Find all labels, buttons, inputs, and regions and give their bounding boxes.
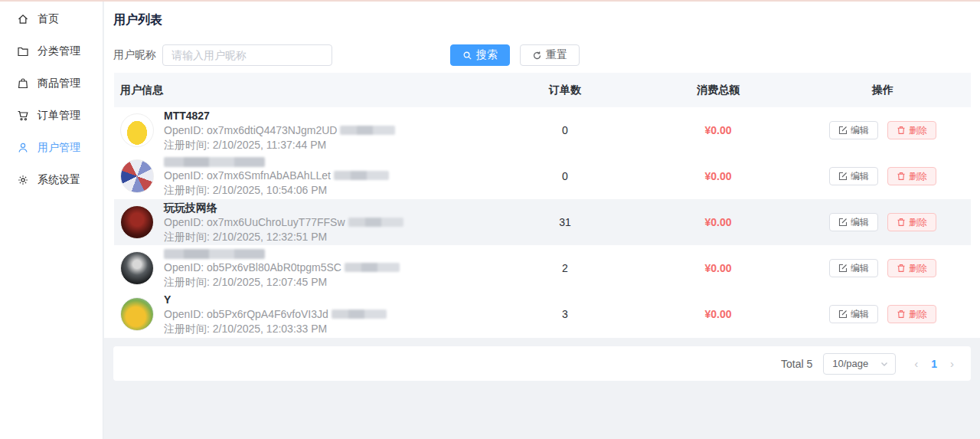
search-button[interactable]: 搜索: [450, 44, 510, 66]
sidebar-item-home[interactable]: 首页: [0, 3, 103, 35]
dark-red-character-avatar: [120, 205, 154, 239]
delete-button[interactable]: 删除: [887, 121, 936, 139]
user-openid: OpenID: ox7mx6SmfnAbABAhLLet: [164, 169, 389, 182]
pixelated-mosaic-avatar: [120, 159, 154, 193]
order-count: 0: [562, 170, 568, 182]
total-amount: ¥0.00: [704, 308, 731, 320]
loading-progress-bar: [0, 0, 980, 2]
page-size-select[interactable]: 10/page: [823, 353, 896, 375]
nickname-input[interactable]: [162, 44, 332, 66]
reset-button[interactable]: 重置: [520, 44, 580, 66]
user-nickname: 玩玩技网络: [164, 201, 403, 214]
shopping-cart-icon: [17, 110, 29, 122]
user-cell: 玩玩技网络 OpenID: ox7mx6UuChroLuyT77FFSw 注册时…: [114, 201, 488, 243]
user-list-panel: 用户列表 用户昵称 搜索 重置 用户信息 订单数 消费总额 操作: [104, 2, 980, 338]
sidebar-item-settings[interactable]: 系统设置: [0, 164, 103, 196]
edit-icon: [838, 172, 848, 181]
edit-icon: [838, 218, 848, 227]
redacted-openid-tail: [348, 218, 403, 227]
total-amount: ¥0.00: [704, 124, 731, 136]
user-cell: OpenID: ob5Px6vBl80AbR0tpgm5SC 注册时间: 2/1…: [114, 249, 488, 288]
edit-icon: [838, 126, 848, 135]
sidebar-item-label: 用户管理: [38, 141, 80, 155]
sidebar-item-label: 系统设置: [38, 173, 80, 187]
trash-icon: [897, 126, 906, 135]
redacted-openid-tail: [332, 310, 387, 319]
order-count: 0: [562, 124, 568, 136]
refresh-icon: [532, 51, 542, 61]
user-cell: OpenID: ox7mx6SmfnAbABAhLLet 注册时间: 2/10/…: [114, 157, 488, 196]
home-icon: [17, 13, 29, 25]
sidebar-item-label: 首页: [38, 12, 59, 26]
table-row: MTT4827 OpenID: ox7mx6dtiQ4473NJgm2UD 注册…: [114, 107, 971, 153]
user-openid: OpenID: ox7mx6dtiQ4473NJgm2UD: [164, 124, 395, 136]
next-page-button[interactable]: ›: [944, 353, 960, 375]
gear-icon: [17, 174, 29, 186]
delete-button[interactable]: 删除: [887, 167, 936, 185]
delete-button[interactable]: 删除: [887, 259, 936, 277]
table-row: OpenID: ox7mx6SmfnAbABAhLLet 注册时间: 2/10/…: [114, 153, 971, 199]
user-cell: MTT4827 OpenID: ox7mx6dtiQ4473NJgm2UD 注册…: [114, 110, 488, 151]
user-cell: Y OpenID: ob5Px6rQpA4F6vfoVI3Jd 注册时间: 2/…: [114, 293, 488, 335]
page-number-1[interactable]: 1: [924, 358, 944, 370]
order-count: 3: [562, 308, 568, 320]
user-register-time: 注册时间: 2/10/2025, 12:03:33 PM: [164, 323, 387, 335]
edit-icon: [838, 264, 848, 273]
col-actions: 操作: [795, 84, 971, 97]
table-row: Y OpenID: ob5Px6rQpA4F6vfoVI3Jd 注册时间: 2/…: [114, 291, 971, 337]
edit-button[interactable]: 编辑: [829, 167, 878, 185]
order-count: 31: [559, 216, 571, 228]
user-register-time: 注册时间: 2/10/2025, 12:07:45 PM: [164, 276, 400, 288]
order-count: 2: [562, 262, 568, 274]
reset-button-label: 重置: [546, 48, 567, 62]
user-nickname: MTT4827: [164, 110, 395, 122]
redacted-openid-tail: [345, 263, 400, 272]
total-amount: ¥0.00: [704, 170, 731, 182]
user-register-time: 注册时间: 2/10/2025, 10:54:06 PM: [164, 184, 389, 196]
sidebar-item-label: 分类管理: [38, 44, 80, 58]
redacted-user-nickname: [164, 157, 265, 167]
user-nickname: Y: [164, 293, 387, 306]
trash-icon: [897, 172, 906, 181]
redacted-user-nickname: [164, 249, 265, 259]
prev-page-button[interactable]: ‹: [908, 353, 924, 375]
trash-icon: [897, 310, 906, 319]
sidebar-item-products[interactable]: 商品管理: [0, 67, 103, 100]
redacted-openid-tail: [340, 126, 395, 135]
user-openid: OpenID: ob5Px6vBl80AbR0tpgm5SC: [164, 261, 400, 274]
edit-button[interactable]: 编辑: [829, 259, 878, 277]
yellow-rabbit-avatar: [120, 113, 154, 147]
edit-button[interactable]: 编辑: [829, 213, 878, 231]
folder-icon: [17, 45, 29, 57]
redacted-openid-tail: [334, 171, 389, 180]
search-button-label: 搜索: [476, 48, 498, 62]
search-icon: [462, 51, 472, 61]
user-openid: OpenID: ob5Px6rQpA4F6vfoVI3Jd: [164, 308, 387, 320]
shopping-bag-icon: [17, 77, 29, 90]
search-form: 用户昵称 搜索 重置: [113, 44, 580, 66]
user-register-time: 注册时间: 2/10/2025, 12:32:51 PM: [164, 231, 403, 243]
delete-button[interactable]: 删除: [887, 305, 936, 323]
edit-button[interactable]: 编辑: [829, 305, 878, 323]
page-size-value: 10/page: [832, 358, 868, 369]
user-register-time: 注册时间: 2/10/2025, 11:37:44 PM: [164, 139, 395, 151]
cartoon-bear-avatar: [120, 297, 154, 331]
pagination-total: Total 5: [781, 358, 812, 370]
delete-button[interactable]: 删除: [887, 213, 936, 231]
col-user-info: 用户信息: [114, 84, 488, 97]
total-amount: ¥0.00: [704, 216, 731, 228]
edit-icon: [838, 310, 848, 319]
sidebar-item-label: 订单管理: [38, 109, 80, 123]
edit-button[interactable]: 编辑: [829, 121, 878, 139]
black-white-figure-avatar: [120, 251, 154, 285]
sidebar-item-orders[interactable]: 订单管理: [0, 100, 103, 132]
col-order-count: 订单数: [488, 84, 642, 97]
users-table: 用户信息 订单数 消费总额 操作 MTT4827 OpenID: ox7mx6d…: [114, 73, 971, 337]
sidebar-item-label: 商品管理: [38, 77, 80, 90]
sidebar-item-users[interactable]: 用户管理: [0, 132, 103, 164]
user-openid: OpenID: ox7mx6UuChroLuyT77FFSw: [164, 216, 403, 228]
table-row: 玩玩技网络 OpenID: ox7mx6UuChroLuyT77FFSw 注册时…: [114, 199, 971, 245]
sidebar-item-categories[interactable]: 分类管理: [0, 35, 103, 67]
pagination-bar: Total 5 10/page ‹ 1 ›: [113, 346, 971, 381]
trash-icon: [897, 218, 906, 227]
